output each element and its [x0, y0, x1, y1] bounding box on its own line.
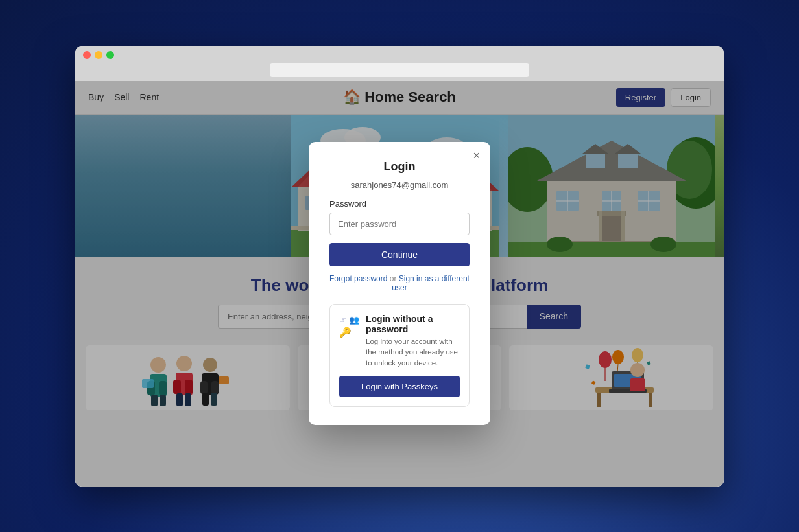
passkey-icon: ☞ 👥 🔑	[339, 315, 359, 338]
or-separator: or	[390, 274, 397, 283]
continue-button[interactable]: Continue	[329, 243, 470, 266]
address-bar[interactable]	[270, 63, 529, 77]
browser-chrome	[75, 46, 724, 81]
passkey-header: ☞ 👥 🔑 Login without a password Log into …	[339, 314, 460, 367]
people-icon: 👥	[349, 315, 359, 325]
forgot-password-link[interactable]: Forgot password	[329, 274, 387, 283]
browser-window: Buy Sell Rent 🏠 Home Search Register Log…	[75, 46, 724, 487]
modal-title: Login	[329, 160, 470, 174]
password-label: Password	[329, 199, 470, 209]
website: Buy Sell Rent 🏠 Home Search Register Log…	[75, 81, 724, 487]
sign-in-different-link[interactable]: Sign in as a different user	[392, 274, 470, 292]
passkey-text: Login without a password Log into your a…	[366, 314, 460, 367]
modal-links: Forgot password or Sign in as a differen…	[329, 274, 470, 292]
passkey-button[interactable]: Login with Passkeys	[339, 376, 460, 397]
modal-overlay[interactable]: × Login sarahjones74@gmail.com Password …	[75, 81, 724, 487]
dot-yellow[interactable]	[95, 51, 102, 59]
modal-email: sarahjones74@gmail.com	[329, 180, 470, 190]
passkey-section: ☞ 👥 🔑 Login without a password Log into …	[329, 304, 470, 406]
browser-content: Buy Sell Rent 🏠 Home Search Register Log…	[75, 81, 724, 487]
login-modal: × Login sarahjones74@gmail.com Password …	[309, 142, 490, 424]
key-icon: 🔑	[339, 327, 352, 338]
fingerprint-icon: ☞	[339, 315, 347, 325]
browser-dots	[83, 51, 716, 59]
dot-green[interactable]	[106, 51, 114, 59]
modal-close-button[interactable]: ×	[473, 150, 480, 161]
passkey-desc: Log into your account with the method yo…	[366, 336, 460, 367]
passkey-title: Login without a password	[366, 314, 460, 334]
password-input[interactable]	[329, 213, 470, 235]
dot-red[interactable]	[83, 51, 91, 59]
